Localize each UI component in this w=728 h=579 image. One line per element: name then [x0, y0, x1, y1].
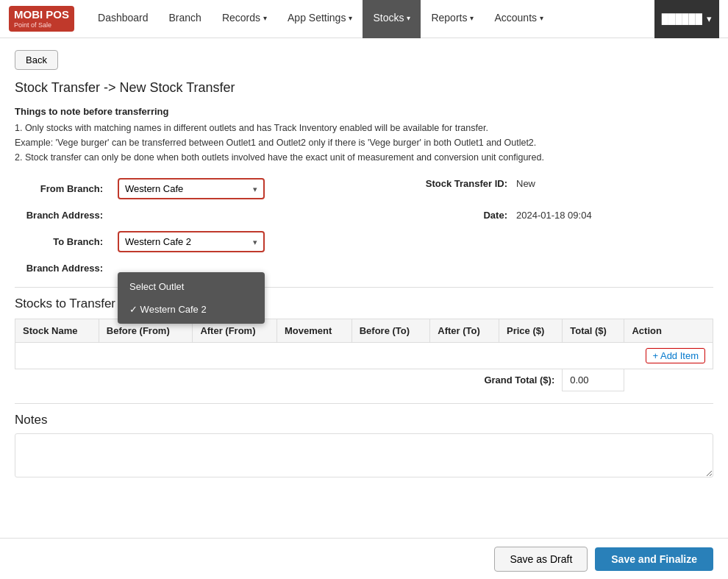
notice-line-3: 2. Stock transfer can only be done when … [15, 152, 544, 163]
user-menu[interactable]: ██████ ▾ [654, 0, 719, 38]
records-caret: ▾ [263, 14, 267, 22]
save-draft-button[interactable]: Save as Draft [494, 547, 588, 572]
navbar: MOBI POS Point of Sale Dashboard Branch … [0, 0, 728, 38]
nav-menu: Dashboard Branch Records ▾ App Settings … [88, 0, 654, 38]
notice-title: Things to note before transferring [15, 106, 713, 117]
nav-item-dashboard[interactable]: Dashboard [88, 0, 159, 38]
date-label: Date: [412, 210, 507, 221]
nav-item-stocks[interactable]: Stocks ▾ [363, 0, 421, 38]
notice-text: 1. Only stocks with matching names in di… [15, 121, 713, 165]
save-finalize-button[interactable]: Save and Finalize [595, 547, 713, 571]
to-branch-dropdown: Select Outlet ✓ Western Cafe 2 [118, 272, 265, 324]
stock-transfer-id-value: New [516, 178, 535, 189]
nav-item-accounts[interactable]: Accounts ▾ [484, 0, 554, 38]
branch-address-row: Branch Address: Date: 2024-01-18 09:04 [15, 210, 713, 221]
footer-bar: Save as Draft Save and Finalize [0, 538, 728, 579]
main-content: Back Stock Transfer -> New Stock Transfe… [0, 38, 728, 543]
app-logo[interactable]: MOBI POS Point of Sale [9, 6, 74, 32]
form-section: From Branch: Western Cafe ▾ Stock Transf… [15, 178, 713, 274]
grand-total-value: 0.00 [563, 369, 624, 391]
col-movement: Movement [277, 319, 352, 343]
nav-item-branch[interactable]: Branch [159, 0, 212, 38]
stock-transfer-id-label: Stock Transfer ID: [412, 178, 507, 189]
to-branch-row: To Branch: Select Outlet Western Cafe 2 … [15, 231, 713, 252]
to-branch-select-wrapper: Select Outlet Western Cafe 2 ▾ [118, 231, 265, 252]
dropdown-item-western-cafe2[interactable]: ✓ Western Cafe 2 [118, 298, 265, 321]
from-branch-select-wrapper: Western Cafe ▾ [118, 178, 265, 199]
col-stock-name: Stock Name [15, 319, 99, 343]
col-price: Price ($) [499, 319, 562, 343]
col-action: Action [624, 319, 713, 343]
reports-caret: ▾ [470, 14, 474, 22]
to-branch-label: To Branch: [15, 236, 110, 247]
table-add-item-row: + Add Item [15, 343, 713, 369]
to-branch-select[interactable]: Select Outlet Western Cafe 2 [119, 232, 263, 251]
col-before-to: Before (To) [351, 319, 430, 343]
appsettings-caret: ▾ [349, 14, 352, 22]
date-value: 2024-01-18 09:04 [516, 210, 592, 221]
notice-box: Things to note before transferring 1. On… [15, 106, 713, 165]
branch-address-label: Branch Address: [15, 210, 110, 221]
notes-title: Notes [15, 403, 713, 427]
add-item-button[interactable]: + Add Item [646, 348, 705, 363]
back-button[interactable]: Back [15, 50, 58, 70]
notes-section: Notes [15, 403, 713, 480]
from-branch-select[interactable]: Western Cafe [119, 180, 263, 198]
dropdown-item-select-outlet[interactable]: Select Outlet [118, 275, 265, 298]
notice-line-1: 1. Only stocks with matching names in di… [15, 123, 488, 133]
grand-total-row: Grand Total ($): 0.00 [15, 369, 713, 391]
notes-textarea[interactable] [15, 433, 713, 477]
stocks-caret: ▾ [407, 14, 410, 22]
from-branch-row: From Branch: Western Cafe ▾ Stock Transf… [15, 178, 713, 199]
from-branch-label: From Branch: [15, 183, 110, 194]
logo-title: MOBI POS [14, 9, 69, 21]
user-label: ██████ [662, 13, 702, 24]
col-total: Total ($) [563, 319, 624, 343]
grand-total-label: Grand Total ($): [15, 369, 563, 391]
col-after-to: After (To) [430, 319, 499, 343]
nav-item-records[interactable]: Records ▾ [212, 0, 277, 38]
footer-spacer [15, 480, 713, 531]
notice-line-2: Example: 'Vege burger' can be transferre… [15, 138, 536, 148]
accounts-caret: ▾ [540, 14, 543, 22]
nav-item-reports[interactable]: Reports ▾ [421, 0, 484, 38]
nav-item-appsettings[interactable]: App Settings ▾ [277, 0, 363, 38]
page-title: Stock Transfer -> New Stock Transfer [15, 80, 713, 96]
stocks-table: Stock Name Before (From) After (From) Mo… [15, 319, 713, 391]
user-caret: ▾ [707, 13, 712, 24]
branch-address2-label: Branch Address: [15, 263, 110, 274]
logo-subtitle: Point of Sale [14, 21, 69, 29]
